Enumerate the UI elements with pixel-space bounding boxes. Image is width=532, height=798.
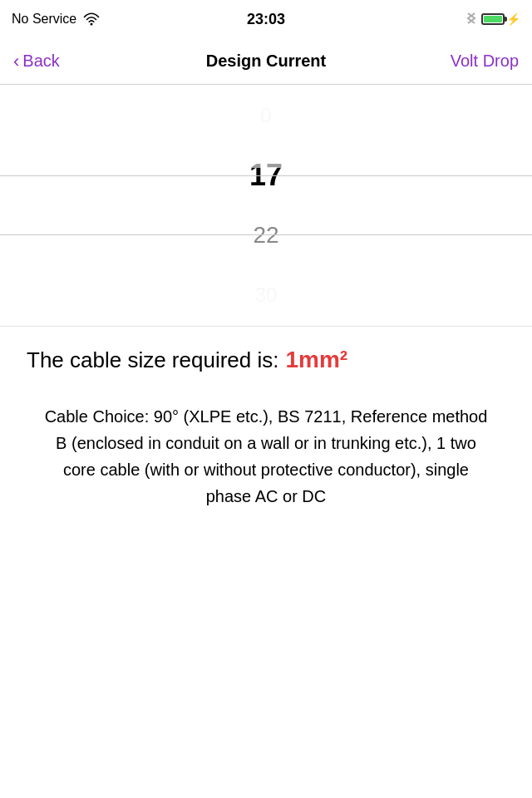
picker-item-22[interactable]: 22 [0, 205, 532, 265]
wifi-icon [83, 12, 100, 26]
status-time: 23:03 [247, 11, 285, 28]
picker-item-0[interactable]: 0 [0, 86, 532, 145]
cable-size-value: 1mm² [285, 347, 347, 373]
back-button[interactable]: ‹ Back [13, 51, 96, 72]
picker-item-17[interactable]: 17 [0, 145, 532, 205]
volt-drop-button[interactable]: Volt Drop [436, 52, 519, 71]
result-section: The cable size required is: 1mm² Cable C… [0, 327, 532, 526]
no-service-text: No Service [12, 12, 76, 27]
nav-title: Design Current [96, 52, 436, 71]
nav-bar: ‹ Back Design Current Volt Drop [0, 38, 532, 85]
cable-size-prefix: The cable size required is: [27, 347, 278, 373]
battery-body [481, 13, 505, 25]
battery-fill [484, 16, 502, 22]
back-chevron-icon: ‹ [13, 51, 19, 72]
picker-item-30[interactable]: 30 [0, 265, 532, 325]
status-bar: No Service 23:03 ⚡ [0, 0, 532, 38]
charging-icon: ⚡ [506, 12, 520, 26]
status-left: No Service [12, 12, 161, 27]
bluetooth-icon [466, 10, 476, 28]
status-right: ⚡ [466, 10, 520, 28]
cable-description: Cable Choice: 90° (XLPE etc.), BS 7211, … [27, 403, 505, 510]
battery-indicator: ⚡ [481, 12, 520, 26]
current-picker[interactable]: 0 17 22 30 [0, 85, 532, 326]
cable-size-line: The cable size required is: 1mm² [27, 347, 505, 373]
back-label: Back [22, 52, 59, 71]
